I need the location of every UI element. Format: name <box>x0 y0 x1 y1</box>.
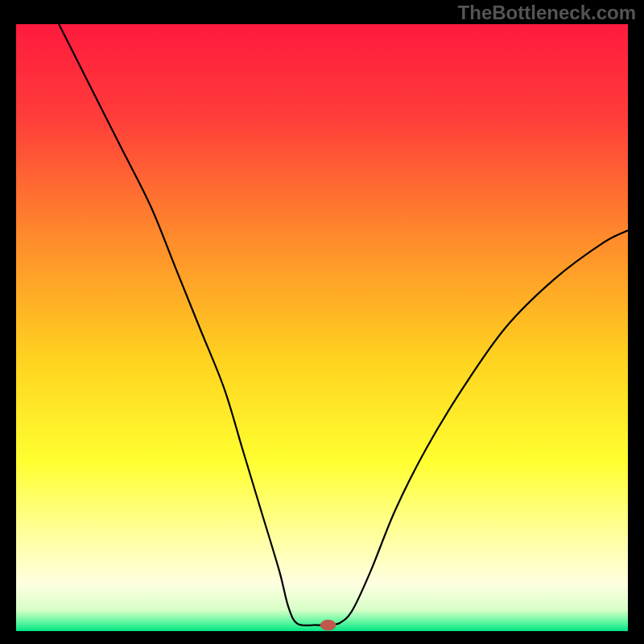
optimal-point-marker <box>320 620 336 631</box>
gradient-background <box>16 24 628 631</box>
watermark-text: TheBottleneck.com <box>458 2 636 24</box>
chart-frame: TheBottleneck.com <box>0 0 644 644</box>
chart-svg <box>16 24 628 631</box>
plot-area <box>16 24 628 631</box>
